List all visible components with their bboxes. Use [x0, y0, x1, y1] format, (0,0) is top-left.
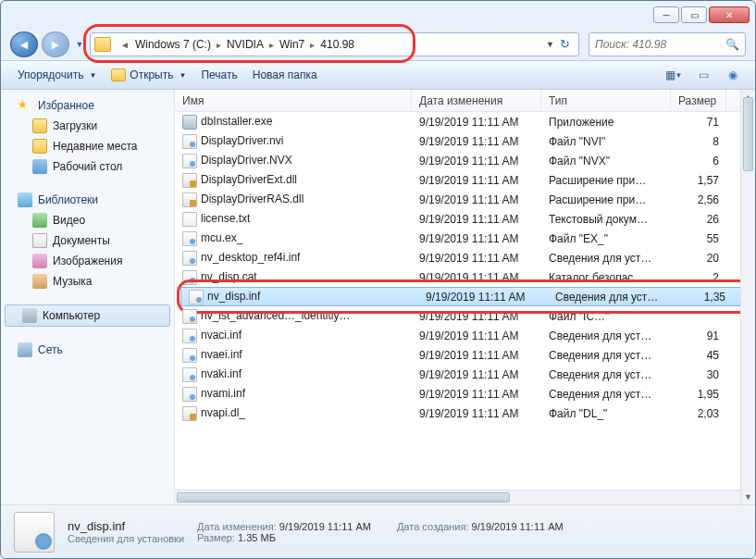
new-folder-button[interactable]: Новая папка: [245, 61, 325, 89]
scroll-down-button[interactable]: ▼: [741, 490, 755, 504]
table-row[interactable]: dbInstaller.exe 9/19/2019 11:11 AM Прило…: [175, 112, 755, 131]
table-row[interactable]: nvami.inf 9/19/2019 11:11 AM Сведения дл…: [175, 384, 755, 404]
file-icon: [182, 270, 197, 285]
breadcrumb-root[interactable]: Windows 7 (C:): [135, 38, 211, 51]
column-size[interactable]: Размер: [671, 90, 726, 111]
breadcrumb-win7[interactable]: Win7: [279, 38, 304, 51]
chevron-right-icon: ▸: [264, 40, 279, 50]
sidebar-item-videos[interactable]: Видео: [1, 210, 174, 230]
sidebar-item-documents[interactable]: Документы: [1, 230, 174, 251]
table-row[interactable]: nv_disp.cat 9/19/2019 11:11 AM Каталог б…: [175, 267, 755, 287]
details-filetype: Сведения для установки: [68, 533, 184, 544]
table-row[interactable]: license.txt 9/19/2019 11:11 AM Текстовый…: [175, 209, 755, 229]
star-icon: ★: [18, 98, 32, 113]
table-row[interactable]: nvaci.inf 9/19/2019 11:11 AM Сведения дл…: [175, 326, 755, 345]
file-icon: [182, 309, 197, 324]
file-icon: [182, 387, 197, 402]
table-row[interactable]: nv_disp.inf 9/19/2019 11:11 AM Сведения …: [180, 287, 750, 306]
file-icon: [182, 406, 197, 421]
horizontal-scrollbar[interactable]: [175, 490, 755, 504]
details-meta: Дата изменения: 9/19/2019 11:11 AMРазмер…: [197, 521, 564, 543]
table-row[interactable]: mcu.ex_ 9/19/2019 11:11 AM Файл "EX_" 55: [175, 229, 755, 248]
file-type-icon: [14, 512, 55, 553]
table-row[interactable]: nvaki.inf 9/19/2019 11:11 AM Сведения дл…: [175, 365, 755, 384]
breadcrumb-nvidia[interactable]: NVIDIA: [227, 38, 264, 51]
vertical-scrollbar[interactable]: ▲ ▼: [740, 90, 755, 504]
file-icon: [182, 348, 197, 363]
scroll-thumb[interactable]: [743, 97, 753, 171]
sidebar-item-desktop[interactable]: Рабочий стол: [1, 156, 174, 177]
file-icon: [189, 290, 204, 304]
titlebar: ─ ▭ ✕: [1, 1, 755, 29]
desktop-icon: [32, 159, 47, 174]
chevron-right-icon: ▸: [211, 40, 227, 50]
details-pane: nv_disp.inf Сведения для установки Дата …: [1, 504, 755, 558]
table-row[interactable]: nvaei.inf 9/19/2019 11:11 AM Сведения дл…: [175, 345, 755, 365]
refresh-icon[interactable]: ↻: [560, 37, 575, 52]
favorites-group[interactable]: ★Избранное: [1, 95, 174, 116]
file-icon: [182, 212, 197, 227]
explorer-window: ─ ▭ ✕ ◄ ► ▼ ◄ Windows 7 (C:) ▸ NVIDIA ▸ …: [0, 0, 756, 559]
file-icon: [182, 329, 197, 343]
music-icon: [32, 274, 47, 289]
image-icon: [32, 254, 47, 268]
maximize-button[interactable]: ▭: [681, 6, 707, 23]
document-icon: [32, 233, 47, 248]
sidebar-item-network[interactable]: Сеть: [1, 340, 174, 360]
sidebar-item-music[interactable]: Музыка: [1, 271, 174, 292]
open-icon: [111, 68, 126, 81]
chevron-right-icon: ▸: [304, 40, 320, 50]
breadcrumb-version[interactable]: 410.98: [320, 38, 354, 51]
help-button[interactable]: ◉: [720, 65, 746, 85]
table-row[interactable]: DisplayDriverRAS.dll 9/19/2019 11:11 AM …: [175, 190, 755, 209]
forward-button[interactable]: ►: [42, 31, 69, 57]
network-icon: [18, 342, 32, 357]
table-row[interactable]: nvapi.dl_ 9/19/2019 11:11 AM Файл "DL_" …: [175, 404, 755, 423]
sidebar-item-computer[interactable]: Компьютер: [5, 304, 170, 327]
command-bar: Упорядочить▼ Открыть▼ Печать Новая папка…: [1, 60, 755, 90]
folder-icon: [32, 139, 47, 154]
file-icon: [182, 251, 197, 266]
column-name[interactable]: Имя: [175, 90, 412, 111]
sidebar-item-pictures[interactable]: Изображения: [1, 251, 174, 271]
scroll-thumb[interactable]: [177, 492, 510, 503]
minimize-button[interactable]: ─: [653, 6, 679, 23]
folder-icon: [32, 118, 47, 133]
details-text: nv_disp.inf Сведения для установки: [68, 519, 184, 544]
back-button[interactable]: ◄: [10, 31, 38, 57]
file-list: Имя Дата изменения Тип Размер dbInstalle…: [175, 90, 755, 504]
navigation-pane: ★Избранное Загрузки Недавние места Рабоч…: [1, 90, 175, 504]
table-row[interactable]: nv_desktop_ref4i.inf 9/19/2019 11:11 AM …: [175, 248, 755, 267]
open-button[interactable]: Открыть▼: [104, 61, 193, 89]
video-icon: [32, 213, 47, 228]
file-icon: [182, 134, 197, 149]
file-icon: [182, 154, 197, 168]
organize-menu[interactable]: Упорядочить▼: [10, 61, 104, 89]
search-input[interactable]: [595, 38, 725, 51]
search-box[interactable]: 🔍: [589, 32, 746, 56]
search-icon: 🔍: [725, 38, 739, 51]
table-row[interactable]: DisplayDriver.NVX 9/19/2019 11:11 AM Фай…: [175, 151, 755, 170]
chevron-down-icon: ▼: [89, 71, 96, 80]
column-date[interactable]: Дата изменения: [412, 90, 541, 111]
table-row[interactable]: DisplayDriverExt.dll 9/19/2019 11:11 AM …: [175, 170, 755, 190]
file-icon: [182, 173, 197, 188]
print-button[interactable]: Печать: [193, 61, 244, 89]
libraries-group[interactable]: Библиотеки: [1, 190, 174, 210]
table-row[interactable]: DisplayDriver.nvi 9/19/2019 11:11 AM Фай…: [175, 131, 755, 151]
folder-icon: [94, 37, 111, 52]
preview-pane-toggle[interactable]: ▭: [690, 65, 716, 85]
file-rows: dbInstaller.exe 9/19/2019 11:11 AM Прило…: [175, 112, 755, 490]
close-button[interactable]: ✕: [709, 6, 750, 23]
content-body: ★Избранное Загрузки Недавние места Рабоч…: [1, 90, 755, 504]
sidebar-item-recent[interactable]: Недавние места: [1, 136, 174, 156]
nav-bar: ◄ ► ▼ ◄ Windows 7 (C:) ▸ NVIDIA ▸ Win7 ▸…: [1, 29, 755, 60]
history-dropdown[interactable]: ▼: [73, 35, 86, 54]
column-type[interactable]: Тип: [541, 90, 671, 111]
address-dropdown[interactable]: ▼: [546, 40, 554, 49]
address-bar[interactable]: ◄ Windows 7 (C:) ▸ NVIDIA ▸ Win7 ▸ 410.9…: [90, 32, 579, 56]
library-icon: [18, 193, 32, 207]
table-row[interactable]: nv_ist_advanced…_identitiy… 9/19/2019 11…: [175, 306, 755, 326]
view-options[interactable]: ▦ ▼: [661, 65, 687, 85]
sidebar-item-downloads[interactable]: Загрузки: [1, 116, 174, 136]
